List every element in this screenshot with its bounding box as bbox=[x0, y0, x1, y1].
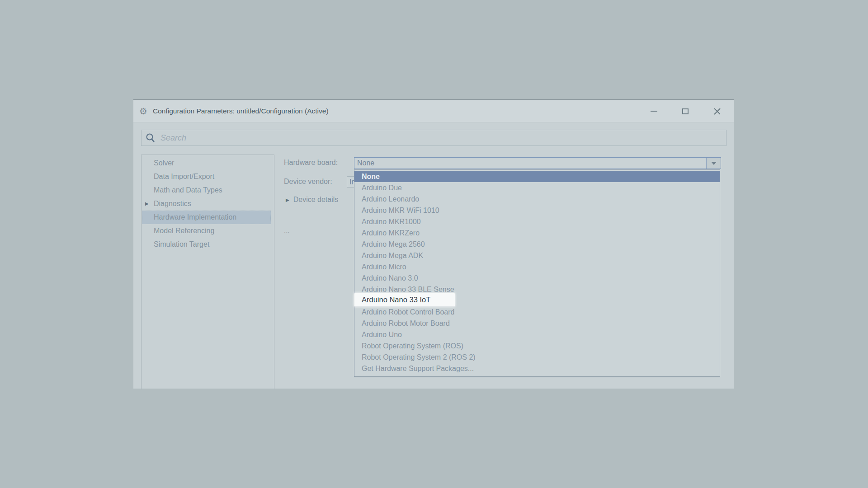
chevron-down-icon bbox=[711, 162, 717, 165]
truncated-text: ... bbox=[284, 226, 290, 234]
config-parameters-window: ⚙ Configuration Parameters: untitled/Con… bbox=[133, 99, 734, 389]
sidebar-item-solver[interactable]: Solver bbox=[142, 156, 274, 170]
expand-arrow-icon[interactable]: ▶ bbox=[145, 197, 149, 211]
dropdown-item-arduino-robot-control-board[interactable]: Arduino Robot Control Board bbox=[354, 306, 720, 318]
dropdown-item-arduino-mkr1000[interactable]: Arduino MKR1000 bbox=[354, 216, 720, 227]
screen-background: ⚙ Configuration Parameters: untitled/Con… bbox=[0, 0, 868, 488]
gear-icon: ⚙ bbox=[139, 100, 147, 122]
device-details-label: Device details bbox=[293, 196, 339, 203]
search-icon bbox=[145, 133, 156, 144]
window-title: Configuration Parameters: untitled/Confi… bbox=[153, 100, 329, 122]
close-button[interactable] bbox=[701, 100, 733, 122]
maximize-icon bbox=[682, 108, 689, 114]
dropdown-item-get-hardware-support-packages[interactable]: Get Hardware Support Packages... bbox=[354, 363, 720, 374]
dropdown-item-arduino-leonardo[interactable]: Arduino Leonardo bbox=[354, 193, 720, 205]
minimize-icon bbox=[651, 111, 657, 112]
sidebar-item-label: Simulation Target bbox=[154, 240, 209, 248]
window-titlebar[interactable]: ⚙ Configuration Parameters: untitled/Con… bbox=[133, 100, 734, 122]
sidebar-item-label: Math and Data Types bbox=[154, 186, 222, 194]
expand-arrow-icon: ▶ bbox=[286, 197, 289, 202]
dropdown-item-none[interactable]: None bbox=[354, 171, 720, 182]
sidebar-item-model-referencing[interactable]: Model Referencing bbox=[142, 224, 274, 238]
sidebar-item-math-and-data-types[interactable]: Math and Data Types bbox=[142, 183, 274, 197]
sidebar-item-diagnostics[interactable]: ▶Diagnostics bbox=[142, 197, 274, 211]
sidebar-item-simulation-target[interactable]: Simulation Target bbox=[142, 238, 274, 251]
device-vendor-label: Device vendor: bbox=[284, 177, 332, 187]
maximize-button[interactable] bbox=[670, 100, 701, 122]
search-input[interactable] bbox=[160, 131, 703, 145]
dropdown-item-arduino-uno[interactable]: Arduino Uno bbox=[354, 329, 720, 340]
dropdown-item-arduino-micro[interactable]: Arduino Micro bbox=[354, 261, 720, 272]
window-controls bbox=[638, 100, 733, 122]
minimize-button[interactable] bbox=[638, 100, 670, 122]
hardware-board-dropdown-list: NoneArduino DueArduino LeonardoArduino M… bbox=[354, 169, 720, 377]
device-details-toggle[interactable]: ▶Device details bbox=[286, 195, 338, 205]
close-icon bbox=[713, 108, 721, 115]
sidebar-item-label: Model Referencing bbox=[154, 227, 214, 235]
category-tree: SolverData Import/ExportMath and Data Ty… bbox=[141, 155, 274, 389]
dropdown-item-arduino-nano-3-0[interactable]: Arduino Nano 3.0 bbox=[354, 272, 720, 284]
dropdown-item-arduino-robot-motor-board[interactable]: Arduino Robot Motor Board bbox=[354, 318, 720, 329]
hardware-board-combobox[interactable]: None bbox=[354, 157, 721, 169]
dropdown-item-highlight[interactable]: Arduino Nano 33 IoT bbox=[354, 293, 455, 307]
dropdown-item-robot-operating-system-2-ros-2[interactable]: Robot Operating System 2 (ROS 2) bbox=[354, 352, 720, 363]
sidebar-item-label: Diagnostics bbox=[154, 200, 191, 207]
dropdown-item-arduino-mega-2560[interactable]: Arduino Mega 2560 bbox=[354, 239, 720, 250]
hardware-board-label: Hardware board: bbox=[284, 158, 338, 168]
sidebar-item-data-import-export[interactable]: Data Import/Export bbox=[142, 170, 274, 183]
dropdown-item-arduino-mega-adk[interactable]: Arduino Mega ADK bbox=[354, 250, 720, 261]
dropdown-item-arduino-due[interactable]: Arduino Due bbox=[354, 182, 720, 193]
sidebar-item-hardware-implementation[interactable]: Hardware Implementation bbox=[142, 211, 271, 224]
hardware-board-value: None bbox=[357, 158, 374, 169]
dropdown-item-robot-operating-system-ros[interactable]: Robot Operating System (ROS) bbox=[354, 340, 720, 352]
sidebar-item-label: Hardware Implementation bbox=[154, 213, 236, 221]
sidebar-item-label: Data Import/Export bbox=[154, 173, 214, 180]
search-box bbox=[141, 130, 726, 146]
sidebar-item-label: Solver bbox=[154, 159, 174, 167]
combo-dropdown-button[interactable] bbox=[706, 158, 721, 169]
dropdown-item-arduino-mkr-wifi-1010[interactable]: Arduino MKR WiFi 1010 bbox=[354, 205, 720, 216]
dropdown-item-arduino-mkrzero[interactable]: Arduino MKRZero bbox=[354, 227, 720, 239]
